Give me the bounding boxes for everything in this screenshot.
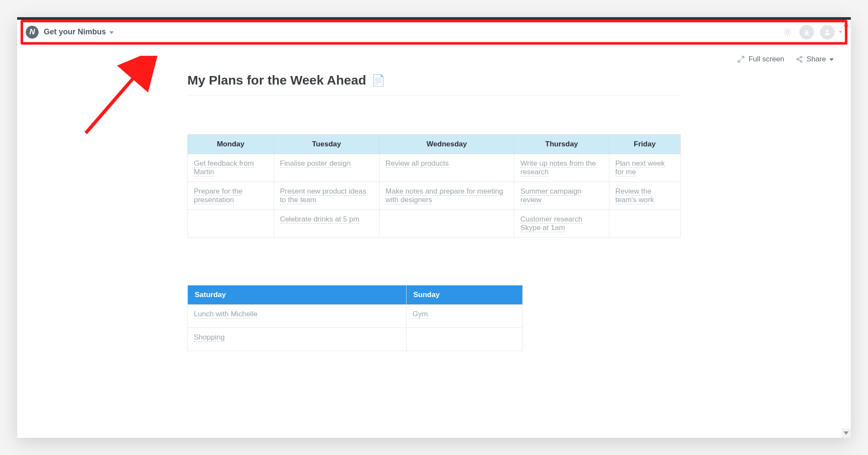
triangle-up-icon: [844, 23, 849, 26]
table-cell: Customer research Skype at 1am: [514, 210, 609, 238]
task-link[interactable]: Finalise poster design: [280, 159, 351, 168]
table-row: Shopping: [188, 328, 523, 351]
task-link[interactable]: Review all products: [386, 159, 449, 168]
chevron-down-icon: [109, 31, 114, 34]
task-link[interactable]: Gym: [413, 310, 428, 318]
table-row: Get feedback from MartinFinalise poster …: [188, 154, 681, 182]
task-link[interactable]: Shopping: [194, 333, 225, 342]
svg-line-18: [798, 58, 801, 59]
svg-line-13: [741, 56, 744, 59]
svg-line-5: [784, 29, 785, 30]
table-cell: Write up notes from the research: [514, 154, 609, 182]
task-link[interactable]: Lunch with Michelle: [194, 310, 257, 318]
header-right-group: [781, 25, 842, 39]
task-link[interactable]: Get feedback from Martin: [194, 159, 254, 176]
task-link[interactable]: Review the team's work: [615, 187, 654, 204]
table-header: Sunday: [406, 285, 522, 305]
table-cell: Plan next week for me: [609, 154, 680, 182]
svg-point-0: [786, 30, 789, 33]
table-row: Lunch with MichelleGym: [188, 305, 523, 328]
table-cell: Shopping: [188, 328, 407, 351]
svg-line-8: [790, 29, 790, 30]
svg-point-11: [826, 30, 829, 32]
download-button[interactable]: [799, 25, 814, 39]
brand-label: Get your Nimbus: [44, 27, 106, 36]
table-header: Friday: [609, 135, 680, 154]
logo-letter: N: [30, 27, 35, 36]
table-cell: Celebrate drinks at 5 pm: [274, 210, 379, 238]
table-header: Thursday: [514, 135, 609, 154]
page-title-text: My Plans for the Week Ahead: [187, 73, 366, 88]
annotation-arrow-icon: [77, 56, 163, 142]
svg-line-19: [798, 60, 801, 61]
account-chevron-down-icon[interactable]: [839, 31, 842, 33]
task-link[interactable]: Celebrate drinks at 5 pm: [280, 215, 359, 224]
expand-icon: [737, 55, 745, 63]
get-nimbus-dropdown[interactable]: Get your Nimbus: [44, 27, 114, 36]
share-icon: [796, 55, 803, 63]
content-area: My Plans for the Week Ahead 📄 MondayTues…: [179, 73, 689, 351]
share-button[interactable]: Share: [796, 55, 834, 64]
table-header: Wednesday: [380, 135, 514, 154]
table-cell: Lunch with Michelle: [188, 305, 407, 328]
table-cell: Gym: [406, 305, 522, 328]
account-button[interactable]: [820, 25, 835, 39]
table-cell: Get feedback from Martin: [188, 154, 274, 182]
table-header: Tuesday: [274, 135, 379, 154]
scrollbar-up-button[interactable]: [841, 20, 851, 29]
subheader-bar: Full screen Share: [17, 45, 851, 64]
header-bar: N Get your Nimbus: [17, 20, 851, 45]
page-title: My Plans for the Week Ahead 📄: [187, 73, 681, 96]
table-header: Saturday: [188, 285, 407, 305]
table-cell: Present new product ideas to the team: [274, 182, 379, 210]
svg-line-6: [790, 34, 790, 35]
table-cell: Summer campaign review: [514, 182, 609, 210]
share-label: Share: [807, 55, 826, 64]
fullscreen-button[interactable]: Full screen: [737, 55, 784, 64]
document-emoji-icon: 📄: [371, 74, 385, 87]
svg-line-7: [784, 34, 785, 35]
table-cell: [188, 210, 274, 238]
scrollbar-down-button[interactable]: [841, 428, 851, 438]
table-header: Monday: [188, 135, 274, 154]
triangle-down-icon: [844, 431, 849, 435]
task-link[interactable]: Plan next week for me: [615, 159, 665, 176]
task-link[interactable]: Customer research Skype at 1am: [520, 215, 582, 232]
table-cell: [380, 210, 514, 238]
chevron-down-icon: [829, 58, 834, 61]
table-cell: Review the team's work: [609, 182, 680, 210]
table-cell: [406, 328, 522, 351]
svg-line-12: [86, 69, 142, 133]
weekday-plan-table: MondayTuesdayWednesdayThursdayFriday Get…: [187, 134, 681, 238]
nimbus-logo-icon[interactable]: N: [26, 26, 39, 39]
svg-line-14: [738, 60, 741, 62]
table-row: Celebrate drinks at 5 pmCustomer researc…: [188, 210, 681, 238]
task-link[interactable]: Summer campaign review: [520, 187, 582, 204]
table-cell: Finalise poster design: [274, 154, 379, 182]
task-link[interactable]: Present new product ideas to the team: [280, 187, 366, 204]
table-cell: [609, 210, 680, 238]
fullscreen-label: Full screen: [748, 55, 784, 64]
task-link[interactable]: Prepare for the presentation: [194, 187, 242, 204]
app-window: N Get your Nimbus: [17, 17, 851, 438]
task-link[interactable]: Make notes and prepare for meeting with …: [386, 187, 503, 204]
table-row: Prepare for the presentationPresent new …: [188, 182, 681, 210]
task-link[interactable]: Write up notes from the research: [520, 159, 596, 176]
table-cell: Prepare for the presentation: [188, 182, 274, 210]
table-cell: Review all products: [380, 154, 514, 182]
table-cell: Make notes and prepare for meeting with …: [380, 182, 514, 210]
weekend-plan-table: SaturdaySunday Lunch with MichelleGymSho…: [187, 285, 523, 351]
theme-sun-icon[interactable]: [781, 26, 793, 38]
